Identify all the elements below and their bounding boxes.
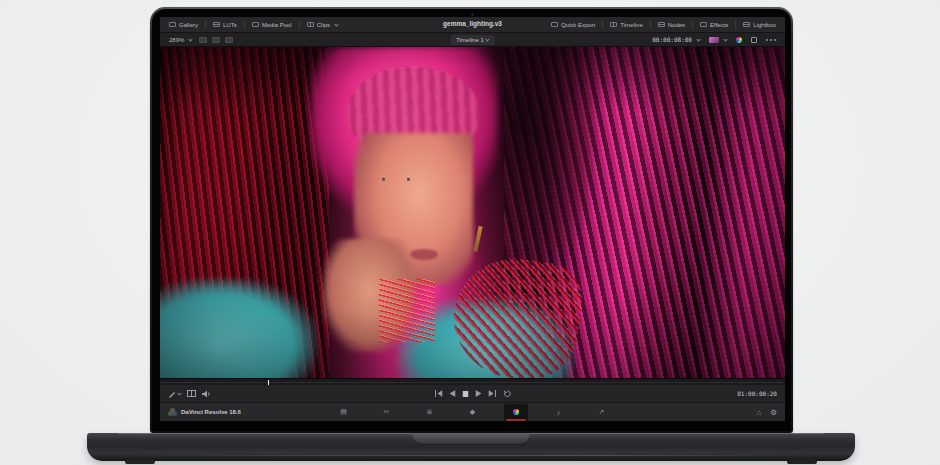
toolbar-separator — [244, 20, 245, 29]
more-options-button[interactable] — [764, 37, 778, 43]
previous-clip-button[interactable] — [434, 390, 442, 397]
viewer-toggle-3[interactable] — [225, 37, 233, 43]
app-version-label: DaVinci Resolve 18.6 — [181, 409, 241, 415]
viewer-zoom-level: 289% — [169, 37, 184, 43]
viewer-header: 289% Timeline 1 — [160, 33, 785, 47]
timeline-label: Timeline — [620, 22, 642, 28]
next-clip-button[interactable] — [488, 390, 496, 397]
chevron-down-icon — [723, 37, 727, 41]
timeline-icon — [610, 22, 617, 27]
viewer-toggle-2[interactable] — [212, 37, 220, 43]
clips-button[interactable]: Clips — [305, 20, 340, 30]
nodes-label: Nodes — [668, 22, 685, 28]
timeline-selector-label: Timeline 1 — [456, 37, 483, 43]
viewer-timecode: 00:00:08:00 — [652, 36, 692, 43]
toolbar-right-group: Quick Export Timeline Nodes — [549, 20, 778, 30]
loop-button[interactable] — [503, 390, 511, 397]
gallery-icon — [169, 22, 176, 27]
viewer-timecode-dropdown[interactable]: 00:00:08:00 — [650, 34, 702, 45]
image-bypass-button[interactable] — [707, 35, 729, 45]
camera-dot — [471, 13, 474, 16]
transport-controls — [434, 390, 511, 397]
viewer-header-right: 00:00:08:00 — [650, 34, 778, 45]
photo-vignette — [160, 47, 785, 378]
chevron-down-icon — [189, 37, 193, 41]
step-back-button[interactable] — [449, 390, 455, 397]
effects-label: Effects — [710, 22, 728, 28]
play-button[interactable] — [475, 390, 481, 397]
image-bypass-icon — [709, 37, 719, 43]
color-page-icon — [513, 409, 519, 415]
tab-deliver-page[interactable]: ↗ — [590, 404, 614, 421]
laptop-lid: Gallery LUTs Media Pool — [150, 7, 793, 433]
rubber-foot-right — [787, 459, 817, 464]
toolbar-separator — [692, 20, 693, 29]
lid-opening-notch — [412, 433, 530, 445]
expand-icon — [751, 37, 757, 43]
toolbar-separator — [650, 20, 651, 29]
settings-gear-icon[interactable]: ⚙ — [770, 408, 777, 417]
luts-label: LUTs — [223, 22, 237, 28]
lightbox-label: Lightbox — [753, 22, 776, 28]
color-wheel-icon — [736, 37, 742, 43]
fusion-page-icon: ◆ — [470, 408, 475, 416]
color-wheel-button[interactable] — [734, 35, 744, 45]
edit-page-icon: ≣ — [427, 408, 433, 416]
quick-export-button[interactable]: Quick Export — [549, 20, 597, 30]
chevron-down-icon — [696, 37, 700, 41]
expand-viewer-button[interactable] — [749, 35, 759, 45]
toolbar-separator — [205, 20, 206, 29]
transport-bar: 01:00:00:20 — [160, 385, 785, 402]
chevron-down-icon — [485, 37, 489, 41]
nodes-icon — [658, 22, 665, 27]
media-pool-button[interactable]: Media Pool — [250, 20, 294, 30]
viewer-toggle-1[interactable] — [199, 37, 207, 43]
current-timecode: 01:00:00:20 — [737, 391, 777, 397]
viewer-scrubber[interactable] — [160, 378, 785, 385]
effects-icon — [700, 22, 707, 27]
speaker-icon[interactable] — [202, 390, 211, 398]
app-brand: DaVinci Resolve 18.6 — [168, 408, 241, 416]
lightbox-icon — [743, 22, 750, 27]
media-page-icon: ▤ — [340, 408, 347, 416]
laptop-base — [87, 433, 855, 461]
chevron-down-icon — [334, 22, 338, 26]
timeline-selector[interactable]: Timeline 1 — [450, 35, 494, 45]
page-bar-right: ⌂ ⚙ — [757, 408, 777, 417]
lightbox-button[interactable]: Lightbox — [741, 20, 778, 30]
viewer-header-left: 289% — [167, 35, 233, 45]
tab-media-page[interactable]: ▤ — [332, 404, 356, 421]
page-tabs: ▤ ✂ ≣ ◆ — [332, 403, 614, 421]
tab-fairlight-page[interactable]: ♪ — [547, 404, 571, 421]
more-options-icon — [766, 39, 768, 41]
gallery-button[interactable]: Gallery — [167, 20, 200, 30]
page-bar: DaVinci Resolve 18.6 ▤ ✂ ≣ — [160, 402, 785, 421]
tab-fusion-page[interactable]: ◆ — [461, 404, 485, 421]
picker-tool-button[interactable] — [168, 390, 181, 398]
tab-edit-page[interactable]: ≣ — [418, 404, 442, 421]
luts-icon — [213, 22, 220, 27]
toolbar-separator — [299, 20, 300, 29]
toolbar-left-group: Gallery LUTs Media Pool — [167, 20, 340, 30]
media-pool-icon — [252, 22, 259, 27]
project-title: gemma_lighting.v3 — [443, 21, 502, 28]
tab-cut-page[interactable]: ✂ — [375, 404, 399, 421]
clips-icon — [307, 22, 314, 27]
media-pool-label: Media Pool — [262, 22, 292, 28]
wipe-button[interactable] — [187, 390, 196, 397]
toolbar-separator — [602, 20, 603, 29]
quick-export-label: Quick Export — [561, 22, 595, 28]
screen-bezel: Gallery LUTs Media Pool — [152, 9, 791, 431]
deliver-page-icon: ↗ — [599, 408, 605, 416]
stop-button[interactable] — [462, 391, 468, 397]
fairlight-page-icon: ♪ — [557, 409, 561, 416]
luts-button[interactable]: LUTs — [211, 20, 239, 30]
home-icon[interactable]: ⌂ — [757, 408, 762, 417]
viewer-zoom-dropdown[interactable]: 289% — [167, 35, 194, 45]
nodes-button[interactable]: Nodes — [656, 20, 687, 30]
timeline-button[interactable]: Timeline — [608, 20, 644, 30]
tab-color-page[interactable] — [504, 404, 528, 421]
toolbar-separator — [735, 20, 736, 29]
effects-button[interactable]: Effects — [698, 20, 730, 30]
rubber-foot-left — [125, 459, 155, 464]
